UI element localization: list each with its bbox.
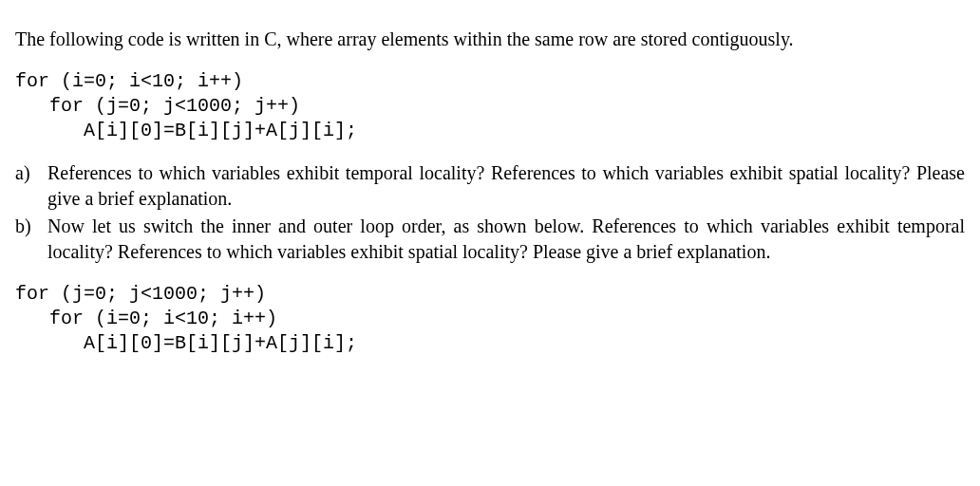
code-line: for (i=0; i<10; i++)	[15, 308, 277, 329]
question-label-b: b)	[15, 214, 47, 265]
code-block-2: for (j=0; j<1000; j++) for (i=0; i<10; i…	[15, 282, 965, 356]
code-line: A[i][0]=B[i][j]+A[j][i];	[15, 120, 357, 141]
question-a: a) References to which variables exhibit…	[15, 160, 965, 212]
question-label-a: a)	[15, 160, 47, 212]
code-line: A[i][0]=B[i][j]+A[j][i];	[15, 332, 357, 354]
question-list: a) References to which variables exhibit…	[15, 160, 965, 265]
code-block-1: for (i=0; i<10; i++) for (j=0; j<1000; j…	[15, 69, 965, 143]
question-b: b) Now let us switch the inner and outer…	[15, 214, 965, 265]
code-line: for (j=0; j<1000; j++)	[15, 95, 300, 117]
question-text-a: References to which variables exhibit te…	[47, 160, 965, 212]
intro-paragraph: The following code is written in C, wher…	[15, 27, 965, 52]
code-line: for (j=0; j<1000; j++)	[15, 283, 266, 305]
question-text-b: Now let us switch the inner and outer lo…	[47, 214, 965, 265]
code-line: for (i=0; i<10; i++)	[15, 70, 243, 92]
